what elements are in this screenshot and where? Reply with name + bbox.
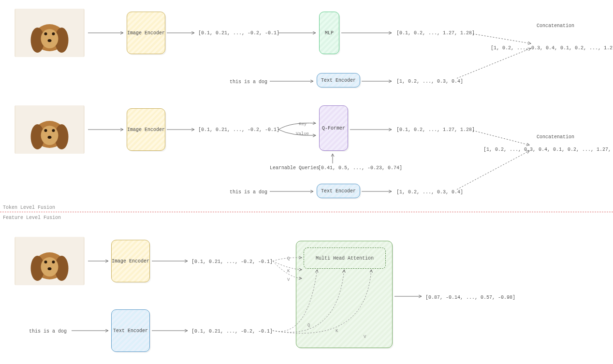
svg-line-37 xyxy=(457,151,529,189)
svg-point-4 xyxy=(41,29,58,48)
key-label: Key xyxy=(299,122,306,127)
qformer-output: [0.1, 0.2, ..., 1.27, 1.28] xyxy=(396,127,475,132)
image-encoder-label-3: Image Encoder xyxy=(112,259,149,264)
svg-point-5 xyxy=(44,32,47,35)
learnable-queries-prefix: Learnable Queries xyxy=(270,165,319,171)
image-features-3: [0.1, 0.21, ..., -0.2, -0.1] xyxy=(191,259,273,264)
text-encoder-label-3: Text Encoder xyxy=(113,328,148,334)
q-label-img: Q xyxy=(287,256,290,261)
svg-point-14 xyxy=(52,129,55,132)
concat-label-2: Concatenation xyxy=(537,134,574,140)
mlp-output: [0.1, 0.2, ..., 1.27, 1.28] xyxy=(396,30,475,36)
k-label-img: K xyxy=(287,269,290,274)
svg-line-36 xyxy=(473,131,529,145)
value-label: Value xyxy=(296,131,309,136)
multi-head-attention: Multi Head Attention xyxy=(304,248,386,269)
qformer-label: Q-Former xyxy=(322,126,345,131)
input-image-3 xyxy=(15,237,85,285)
concat-output-1: [1, 0.2, ..., 0.3, 0.4, 0.1, 0.2, ..., 1… xyxy=(491,45,613,51)
svg-point-15 xyxy=(48,136,52,139)
text-encoder-label-2: Text Encoder xyxy=(321,189,356,194)
svg-point-13 xyxy=(44,129,47,132)
mha-label: Multi Head Attention xyxy=(316,256,374,261)
qformer-module: Q-Former xyxy=(319,105,348,151)
fusion-output: [0.87, -0.14, ..., 0.57, -0.98] xyxy=(425,295,515,300)
text-encoder-3: Text Encoder xyxy=(111,309,150,352)
text-input-2: this is a dog xyxy=(230,189,267,195)
text-encoder-label: Text Encoder xyxy=(321,78,356,83)
v-label-img: V xyxy=(287,277,290,282)
input-image-2 xyxy=(15,105,85,154)
concat-label-1: Concatenation xyxy=(537,23,574,29)
text-output-2: [1, 0.2, ..., 0.3, 0.4] xyxy=(396,189,463,195)
mlp-module: MLP xyxy=(319,12,339,54)
concat-output-2: [1, 0.2, ..., 0.3, 0.4, 0.1, 0.2, ..., 1… xyxy=(483,147,613,152)
image-encoder-1: Image Encoder xyxy=(127,12,165,54)
svg-point-21 xyxy=(44,261,47,263)
image-features-1: [0.1, 0.21, ..., -0.2, -0.1] xyxy=(198,30,279,36)
v-label-txt: V xyxy=(364,335,366,339)
svg-line-28 xyxy=(473,34,531,44)
svg-line-29 xyxy=(457,48,531,78)
text-encoder-2: Text Encoder xyxy=(317,184,360,198)
learnable-queries-vec: [0.41, 0.5, ..., -0.23, 0.74] xyxy=(318,165,402,171)
q-label-txt: Q xyxy=(307,323,310,328)
mlp-label: MLP xyxy=(325,30,334,36)
text-input-3: this is a dog xyxy=(29,329,67,334)
image-encoder-2: Image Encoder xyxy=(127,108,165,151)
k-label-txt: K xyxy=(336,329,338,334)
image-encoder-label: Image Encoder xyxy=(127,30,165,36)
image-encoder-label-2: Image Encoder xyxy=(127,127,165,132)
section-token-fusion: Token Level Fusion xyxy=(3,205,55,210)
image-features-2: [0.1, 0.21, ..., -0.2, -0.1] xyxy=(198,127,279,132)
section-feature-fusion: Feature Level Fusion xyxy=(3,215,61,220)
svg-point-22 xyxy=(52,261,55,263)
text-encoder-1: Text Encoder xyxy=(317,73,360,87)
image-encoder-3: Image Encoder xyxy=(111,240,150,282)
svg-point-23 xyxy=(48,267,52,270)
svg-point-6 xyxy=(52,32,55,35)
svg-point-20 xyxy=(41,257,58,277)
text-output-1: [1, 0.2, ..., 0.3, 0.4] xyxy=(396,79,463,84)
input-image-1 xyxy=(15,9,85,57)
text-features-3: [0.1, 0.21, ..., -0.2, -0.1] xyxy=(191,329,273,334)
text-input-1: this is a dog xyxy=(230,79,267,85)
section-divider xyxy=(0,212,613,212)
svg-point-12 xyxy=(41,126,58,145)
svg-point-7 xyxy=(48,39,52,42)
